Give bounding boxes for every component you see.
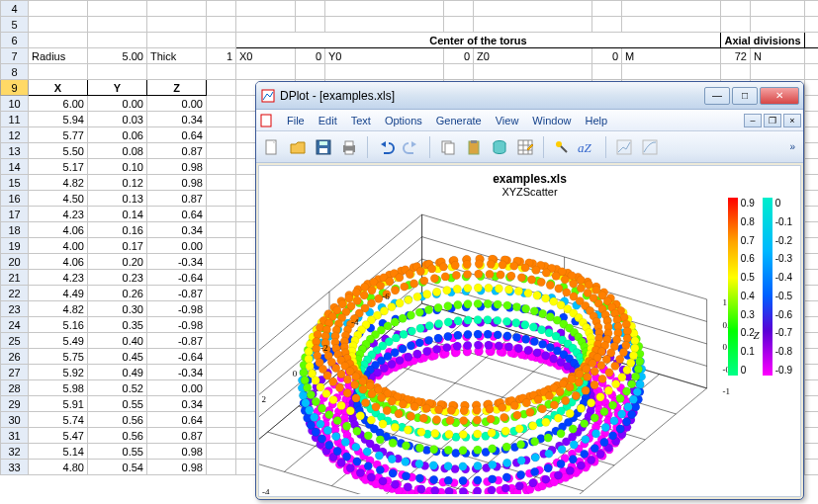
cell[interactable]: 0.45: [88, 349, 147, 365]
cell[interactable]: -0.64: [147, 349, 207, 365]
cell[interactable]: [207, 191, 236, 207]
cell[interactable]: 0.40: [88, 333, 147, 349]
cell[interactable]: [325, 1, 444, 17]
cell[interactable]: 0.08: [88, 143, 147, 159]
cell[interactable]: [805, 444, 819, 460]
cell[interactable]: [207, 33, 236, 48]
row-header[interactable]: 22: [1, 286, 29, 301]
cell[interactable]: 0.34: [147, 222, 207, 238]
cell[interactable]: X: [29, 80, 88, 96]
cell[interactable]: 0: [444, 48, 474, 64]
mdi-close-button[interactable]: ×: [783, 114, 801, 127]
open-folder-icon[interactable]: [286, 135, 310, 159]
cell[interactable]: [207, 317, 236, 333]
cell[interactable]: -0.34: [147, 254, 207, 270]
toolbar-overflow-icon[interactable]: »: [785, 141, 799, 152]
menu-window[interactable]: Window: [525, 113, 578, 128]
cell[interactable]: Axial divisions: [721, 33, 805, 48]
cell[interactable]: 0.03: [88, 112, 147, 127]
row-header[interactable]: 21: [1, 270, 29, 286]
cell[interactable]: Y0: [325, 48, 444, 64]
cell[interactable]: 0.34: [147, 396, 207, 412]
row-header[interactable]: 32: [1, 444, 29, 460]
cell[interactable]: [207, 412, 236, 428]
cell[interactable]: 0.87: [147, 191, 207, 207]
row-header[interactable]: 8: [1, 64, 29, 80]
cell[interactable]: -0.87: [147, 286, 207, 301]
cell[interactable]: [805, 207, 819, 222]
cell[interactable]: [805, 349, 819, 365]
row-header[interactable]: 25: [1, 333, 29, 349]
cell[interactable]: [88, 1, 147, 17]
cell[interactable]: [751, 64, 805, 80]
cell[interactable]: 0.98: [147, 159, 207, 175]
cell[interactable]: Z: [147, 80, 207, 96]
row-header[interactable]: 7: [1, 48, 29, 64]
menu-help[interactable]: Help: [578, 113, 614, 128]
cell[interactable]: [805, 380, 819, 396]
cell[interactable]: [805, 254, 819, 270]
cell[interactable]: [207, 301, 236, 317]
cell[interactable]: 5.74: [29, 412, 88, 428]
cell[interactable]: [805, 333, 819, 349]
cell[interactable]: [29, 1, 88, 17]
cell[interactable]: [805, 412, 819, 428]
cell[interactable]: 0.17: [88, 238, 147, 254]
cell[interactable]: [592, 17, 622, 33]
cell[interactable]: -0.98: [147, 301, 207, 317]
az-icon[interactable]: aZ: [576, 135, 599, 159]
cell[interactable]: [592, 64, 622, 80]
cell[interactable]: 5.00: [88, 48, 147, 64]
cell[interactable]: 0.56: [88, 412, 147, 428]
cell[interactable]: [805, 64, 819, 80]
cell[interactable]: [207, 444, 236, 460]
cell[interactable]: 0.26: [88, 286, 147, 301]
cell[interactable]: [147, 33, 207, 48]
cell[interactable]: 0.06: [88, 127, 147, 143]
cell[interactable]: X0: [236, 48, 296, 64]
row-header[interactable]: 16: [1, 191, 29, 207]
menu-file[interactable]: File: [280, 113, 312, 128]
dplot-plot-area[interactable]: examples.xls XYZScatter -6-4-20246-6-4-2…: [258, 165, 801, 497]
cell[interactable]: 0.16: [88, 222, 147, 238]
menu-generate[interactable]: Generate: [429, 113, 489, 128]
cell[interactable]: 0.14: [88, 207, 147, 222]
cell[interactable]: Y: [88, 80, 147, 96]
cell[interactable]: 5.17: [29, 159, 88, 175]
row-header[interactable]: 11: [1, 112, 29, 127]
cell[interactable]: [721, 17, 751, 33]
tool-icon[interactable]: [550, 135, 574, 159]
cell[interactable]: [207, 96, 236, 112]
cell[interactable]: 0.49: [88, 365, 147, 380]
cell[interactable]: [622, 1, 721, 17]
cell[interactable]: 0.23: [88, 270, 147, 286]
linear-plot-icon[interactable]: [612, 135, 636, 159]
cell[interactable]: [474, 64, 592, 80]
cell[interactable]: [805, 33, 819, 48]
row-header[interactable]: 23: [1, 301, 29, 317]
cell[interactable]: [207, 127, 236, 143]
cell[interactable]: [147, 1, 207, 17]
cell[interactable]: Center of the torus: [236, 33, 721, 48]
redo-icon[interactable]: [400, 135, 423, 159]
cell[interactable]: [207, 238, 236, 254]
row-header[interactable]: 6: [1, 33, 29, 48]
row-header[interactable]: 9: [1, 80, 29, 96]
cell[interactable]: 0.30: [88, 301, 147, 317]
row-header[interactable]: 10: [1, 96, 29, 112]
row-header[interactable]: 5: [1, 17, 29, 33]
cell[interactable]: 0.55: [88, 444, 147, 460]
cell[interactable]: -0.87: [147, 333, 207, 349]
cell[interactable]: [207, 64, 236, 80]
row-header[interactable]: 20: [1, 254, 29, 270]
data-icon[interactable]: [488, 135, 511, 159]
cell[interactable]: 4.23: [29, 270, 88, 286]
cell[interactable]: [805, 365, 819, 380]
cell[interactable]: M: [622, 48, 721, 64]
cell[interactable]: [207, 349, 236, 365]
mdi-restore-button[interactable]: ❐: [764, 114, 781, 127]
copy-icon[interactable]: [436, 135, 460, 159]
cell[interactable]: [622, 17, 721, 33]
cell[interactable]: Thick: [147, 48, 207, 64]
cell[interactable]: [88, 33, 147, 48]
